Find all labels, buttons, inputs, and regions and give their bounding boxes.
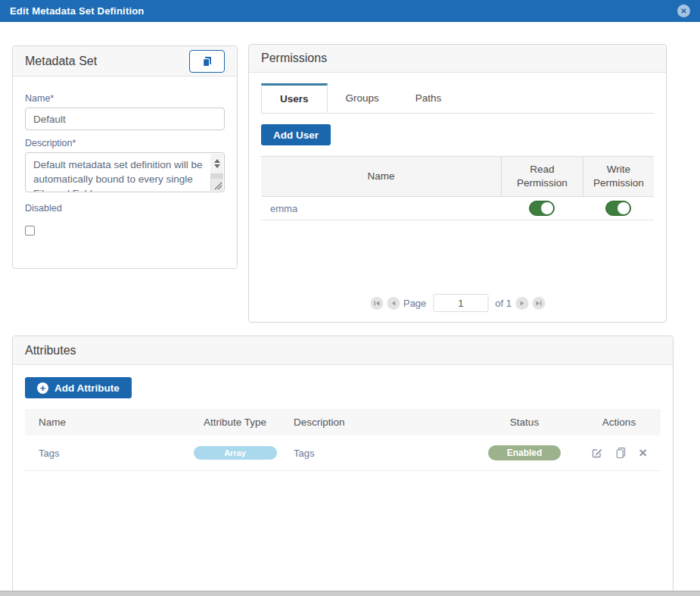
permissions-tabs: Users Groups Paths	[261, 83, 654, 114]
delete-icon[interactable]: ✕	[639, 448, 648, 458]
users-table: Name Read Permission Write Permission em…	[261, 156, 654, 220]
tab-paths[interactable]: Paths	[397, 83, 460, 113]
name-input[interactable]	[25, 108, 225, 130]
copy-metadata-set-button[interactable]	[189, 50, 225, 73]
first-page-button[interactable]	[370, 297, 383, 310]
column-status: Status	[471, 417, 577, 428]
page-number-input[interactable]	[433, 294, 488, 312]
scroll-arrows-icon[interactable]	[210, 154, 223, 173]
add-user-label: Add User	[273, 129, 319, 141]
description-label: Description*	[25, 138, 225, 148]
column-actions: Actions	[577, 417, 661, 428]
column-attribute-type: Attribute Type	[176, 417, 294, 428]
metadata-set-title: Metadata Set	[25, 55, 97, 68]
next-page-button[interactable]	[515, 297, 528, 310]
attribute-name: Tags	[25, 448, 176, 459]
add-attribute-button[interactable]: + Add Attribute	[25, 377, 132, 398]
dialog-titlebar: Edit Metadata Set Definition ✕	[0, 0, 700, 22]
permissions-title: Permissions	[261, 51, 327, 65]
attributes-table: Name Attribute Type Description Status A…	[25, 409, 661, 471]
attribute-type-badge: Array	[194, 446, 277, 460]
write-permission-toggle[interactable]	[605, 201, 631, 216]
table-row: Tags Array Tags Enabled	[25, 435, 661, 471]
plus-icon: +	[37, 382, 48, 394]
column-description: Description	[294, 417, 471, 428]
prev-page-button[interactable]	[387, 297, 400, 310]
column-read-permission: Read Permission	[501, 157, 583, 196]
column-write-permission: Write Permission	[583, 157, 654, 196]
read-permission-toggle[interactable]	[529, 201, 555, 216]
metadata-set-header: Metadata Set	[13, 46, 237, 76]
page-of-label: of 1	[495, 298, 512, 309]
users-table-header: Name Read Permission Write Permission	[261, 156, 654, 197]
tab-groups[interactable]: Groups	[328, 83, 397, 113]
table-row: emma	[261, 197, 654, 220]
attribute-description: Tags	[294, 448, 471, 459]
column-name: Name	[25, 417, 176, 428]
close-icon[interactable]: ✕	[677, 5, 690, 17]
copy-icon[interactable]	[615, 447, 627, 459]
permissions-panel: Permissions Users Groups Paths Add User …	[248, 44, 667, 323]
name-label: Name*	[25, 93, 225, 104]
attributes-table-header: Name Attribute Type Description Status A…	[25, 409, 661, 435]
copy-icon	[201, 55, 213, 67]
disabled-checkbox[interactable]	[25, 226, 35, 236]
attributes-header: Attributes	[13, 336, 673, 365]
column-name: Name	[261, 157, 501, 196]
description-textarea[interactable]: Default metadata set definition will be …	[25, 152, 225, 192]
add-attribute-label: Add Attribute	[54, 382, 120, 394]
dialog-title: Edit Metadata Set Definition	[10, 5, 145, 17]
user-name: emma	[261, 203, 501, 214]
tab-users[interactable]: Users	[261, 83, 328, 113]
permissions-header: Permissions	[249, 45, 666, 73]
status-badge: Enabled	[488, 445, 561, 460]
page-label: Page	[403, 298, 426, 309]
edit-icon[interactable]	[591, 447, 603, 459]
metadata-set-panel: Metadata Set Name* Description* Default …	[12, 45, 238, 269]
disabled-label: Disabled	[25, 203, 225, 214]
horizontal-scrollbar[interactable]	[0, 591, 700, 596]
pagination: Page of 1	[370, 294, 545, 312]
description-text: Default metadata set definition will be …	[26, 153, 224, 192]
attributes-title: Attributes	[25, 344, 76, 357]
resize-grip-icon[interactable]	[211, 179, 223, 191]
add-user-button[interactable]: Add User	[261, 124, 331, 145]
attributes-panel: Attributes + Add Attribute Name Attribut…	[12, 335, 674, 596]
last-page-button[interactable]	[532, 297, 545, 310]
